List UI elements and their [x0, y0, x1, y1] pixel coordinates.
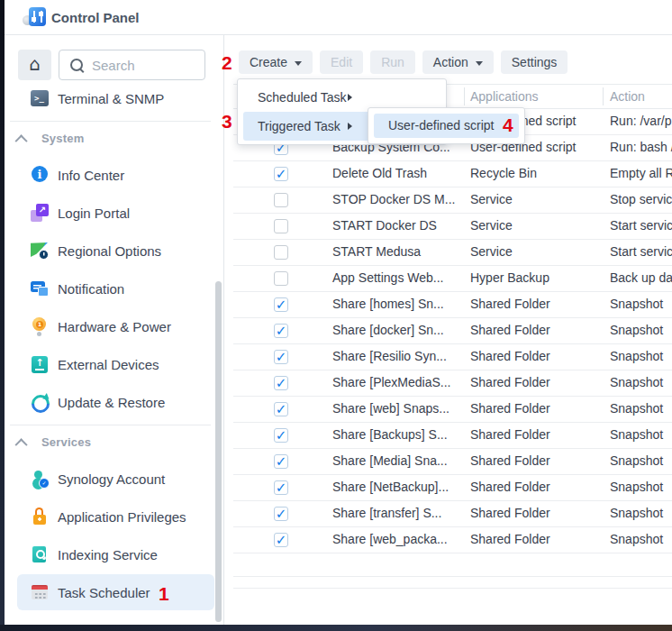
- table-row[interactable]: ✓Share [NetBackup]...Shared FolderSnapsh…: [233, 475, 672, 501]
- sidebar-item-label: External Devices: [58, 357, 159, 372]
- update-restore-icon: [30, 392, 50, 412]
- table-row[interactable]: ✓Share [docker] Sn...Shared FolderSnapsh…: [233, 318, 672, 344]
- chevron-up-icon: [15, 134, 28, 147]
- sidebar-divider: [10, 425, 211, 425]
- table-empty-row: [233, 577, 672, 589]
- sidebar-section-services[interactable]: Services: [17, 431, 223, 453]
- task-name: Delete Old Trash: [332, 166, 427, 180]
- checkbox-checked[interactable]: ✓: [274, 167, 288, 181]
- task-action: Snapshot: [610, 375, 663, 389]
- task-application: Shared Folder: [470, 297, 550, 311]
- task-name: Share [Media] Sna...: [332, 453, 448, 468]
- checkbox-unchecked[interactable]: [274, 245, 288, 260]
- settings-button[interactable]: Settings: [501, 50, 568, 74]
- sidebar-search-row: ⌂: [5, 35, 223, 80]
- checkbox-unchecked[interactable]: [274, 193, 288, 207]
- sidebar-item-indexing-service[interactable]: Indexing Service: [17, 536, 214, 572]
- action-button[interactable]: Action: [422, 50, 494, 74]
- task-name: Share [homes] Sn...: [332, 297, 444, 311]
- control-panel-icon: [23, 6, 46, 28]
- table-row[interactable]: START MedusaServiceStart servic: [233, 240, 672, 266]
- task-application: Shared Folder: [470, 506, 550, 520]
- column-header-action[interactable]: Action: [610, 89, 645, 104]
- table-row[interactable]: ✓Share [homes] Sn...Shared FolderSnapsho…: [233, 292, 672, 318]
- table-row[interactable]: START Docker DSServiceStart servic: [233, 214, 672, 240]
- sidebar-item-terminal-snmp[interactable]: Terminal & SNMP: [17, 80, 214, 116]
- sidebar-item-synology-account[interactable]: Synology Account: [17, 461, 214, 497]
- table-row[interactable]: ✓Share [Media] Sna...Shared FolderSnapsh…: [233, 449, 672, 475]
- search-box[interactable]: [59, 50, 205, 80]
- task-action: Run: /var/p: [610, 114, 671, 128]
- checkbox-checked[interactable]: ✓: [274, 376, 288, 390]
- task-name: Share [NetBackup]...: [332, 480, 449, 494]
- task-name: STOP Docker DS M...: [332, 192, 455, 206]
- table-row[interactable]: ✓Share [PlexMediaS...Shared FolderSnapsh…: [233, 370, 672, 397]
- checkbox-checked[interactable]: ✓: [274, 324, 288, 338]
- checkbox-checked[interactable]: ✓: [274, 507, 288, 521]
- info-center-icon: [30, 165, 50, 185]
- table-empty-row: [233, 553, 672, 577]
- column-header-applications[interactable]: Applications: [470, 89, 539, 104]
- checkbox-checked[interactable]: ✓: [274, 297, 288, 312]
- sidebar-item-external-devices[interactable]: External Devices: [17, 346, 214, 382]
- column-separator: [603, 87, 604, 105]
- menu-item-label: User-defined script: [388, 118, 495, 133]
- submenu-arrow-icon: [348, 123, 352, 130]
- task-application: Shared Folder: [470, 349, 550, 363]
- checkbox-checked[interactable]: ✓: [274, 402, 288, 416]
- table-row[interactable]: STOP Docker DS M...ServiceStop servic: [233, 187, 672, 214]
- sidebar-section-label: System: [41, 132, 84, 145]
- task-application: Service: [470, 192, 513, 206]
- task-action: Start servic: [610, 244, 672, 259]
- checkbox-unchecked[interactable]: [274, 271, 288, 286]
- menu-item-user-defined-script[interactable]: User-defined script: [374, 114, 519, 138]
- sidebar-item-label: Regional Options: [58, 243, 161, 259]
- sidebar-item-regional-options[interactable]: Regional Options: [17, 233, 214, 269]
- checkbox-checked[interactable]: ✓: [274, 428, 288, 443]
- task-action: Snapshot: [610, 453, 663, 468]
- table-row[interactable]: ✓Share [web] Snaps...Shared FolderSnapsh…: [233, 397, 672, 423]
- edit-button: Edit: [320, 50, 363, 74]
- checkbox-unchecked[interactable]: [274, 219, 288, 233]
- checkbox-checked[interactable]: ✓: [274, 480, 288, 495]
- task-action: Empty all R: [610, 166, 672, 180]
- sidebar-item-label: Hardware & Power: [58, 319, 171, 334]
- sidebar-item-login-portal[interactable]: Login Portal: [17, 195, 214, 231]
- sidebar-item-application-privileges[interactable]: Application Privileges: [17, 498, 214, 535]
- task-action: Snapshot: [610, 349, 663, 363]
- sidebar-section-system[interactable]: System: [17, 127, 223, 149]
- table-row[interactable]: ✓Share [Resilio Syn...Shared FolderSnaps…: [233, 344, 672, 370]
- search-input[interactable]: [90, 57, 204, 74]
- sidebar-item-hardware-power[interactable]: Hardware & Power: [17, 308, 214, 344]
- sidebar-scrollbar-thumb[interactable]: [215, 281, 222, 622]
- checkbox-checked[interactable]: ✓: [274, 454, 288, 469]
- task-name: START Docker DS: [332, 218, 437, 233]
- annotation-2: 2: [222, 53, 232, 73]
- annotation-4: 4: [503, 115, 513, 135]
- table-row[interactable]: ✓Delete Old TrashRecycle BinEmpty all R: [233, 161, 672, 187]
- task-scheduler-icon: [30, 582, 50, 602]
- checkbox-checked[interactable]: ✓: [274, 350, 288, 364]
- home-icon: ⌂: [29, 55, 41, 73]
- annotation-1: 1: [159, 584, 169, 604]
- table-row[interactable]: ✓Share [web_packa...Shared FolderSnapsho…: [233, 527, 672, 553]
- sidebar-item-update-restore[interactable]: Update & Restore: [17, 384, 214, 420]
- sidebar-item-label: Application Privileges: [58, 509, 186, 525]
- task-application: Shared Folder: [470, 427, 550, 442]
- task-application: Recycle Bin: [470, 166, 537, 180]
- sidebar-item-label: Indexing Service: [58, 547, 158, 562]
- sidebar-item-info-center[interactable]: Info Center: [17, 157, 214, 193]
- sidebar-item-task-scheduler[interactable]: Task Scheduler: [17, 574, 214, 610]
- sidebar-item-label: Task Scheduler: [58, 585, 150, 600]
- create-button[interactable]: Create: [239, 50, 313, 74]
- external-devices-icon: [30, 354, 50, 374]
- table-row[interactable]: ✓Share [transfer] S...Shared FolderSnaps…: [233, 501, 672, 527]
- sidebar-item-label: Login Portal: [58, 206, 130, 221]
- sidebar-item-notification[interactable]: Notification: [17, 270, 214, 306]
- sidebar-item-label: Update & Restore: [58, 395, 165, 410]
- menu-item-label: Triggered Task: [258, 119, 341, 133]
- table-row[interactable]: ✓Share [Backups] S...Shared FolderSnapsh…: [233, 423, 672, 449]
- checkbox-checked[interactable]: ✓: [274, 533, 288, 547]
- table-row[interactable]: App Settings Web...Hyper BackupBack up d…: [233, 266, 672, 292]
- home-button[interactable]: ⌂: [18, 50, 51, 80]
